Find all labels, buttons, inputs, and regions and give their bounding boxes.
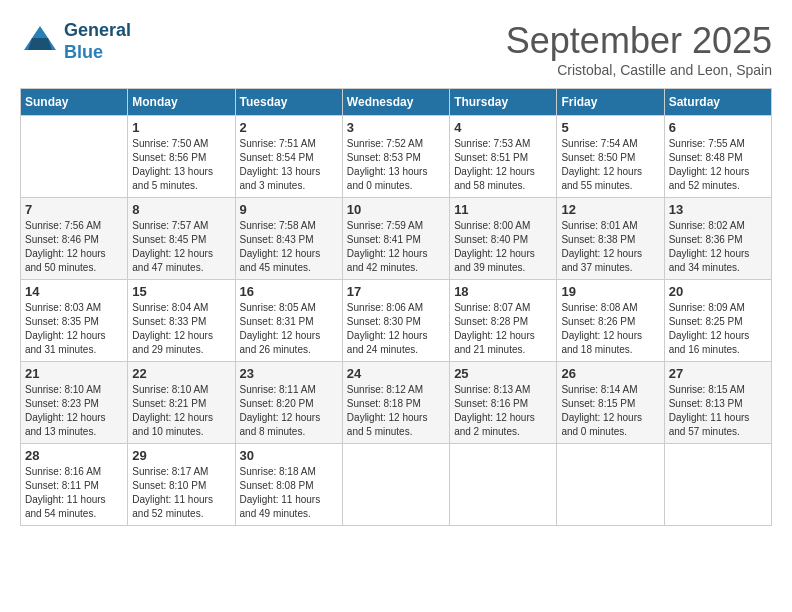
- calendar-cell: 26Sunrise: 8:14 AM Sunset: 8:15 PM Dayli…: [557, 362, 664, 444]
- header-day: Friday: [557, 89, 664, 116]
- day-info: Sunrise: 8:10 AM Sunset: 8:23 PM Dayligh…: [25, 383, 123, 439]
- day-info: Sunrise: 8:07 AM Sunset: 8:28 PM Dayligh…: [454, 301, 552, 357]
- calendar-cell: 18Sunrise: 8:07 AM Sunset: 8:28 PM Dayli…: [450, 280, 557, 362]
- day-number: 10: [347, 202, 445, 217]
- calendar-cell: 4Sunrise: 7:53 AM Sunset: 8:51 PM Daylig…: [450, 116, 557, 198]
- logo-general: General: [64, 20, 131, 42]
- day-number: 3: [347, 120, 445, 135]
- day-number: 4: [454, 120, 552, 135]
- day-number: 15: [132, 284, 230, 299]
- header-day: Wednesday: [342, 89, 449, 116]
- month-title: September 2025: [506, 20, 772, 62]
- calendar-cell: 5Sunrise: 7:54 AM Sunset: 8:50 PM Daylig…: [557, 116, 664, 198]
- calendar-cell: 17Sunrise: 8:06 AM Sunset: 8:30 PM Dayli…: [342, 280, 449, 362]
- day-info: Sunrise: 7:52 AM Sunset: 8:53 PM Dayligh…: [347, 137, 445, 193]
- day-number: 13: [669, 202, 767, 217]
- calendar-cell: 6Sunrise: 7:55 AM Sunset: 8:48 PM Daylig…: [664, 116, 771, 198]
- header-day: Thursday: [450, 89, 557, 116]
- day-number: 22: [132, 366, 230, 381]
- day-number: 9: [240, 202, 338, 217]
- calendar-cell: 8Sunrise: 7:57 AM Sunset: 8:45 PM Daylig…: [128, 198, 235, 280]
- day-info: Sunrise: 8:04 AM Sunset: 8:33 PM Dayligh…: [132, 301, 230, 357]
- calendar-week-row: 28Sunrise: 8:16 AM Sunset: 8:11 PM Dayli…: [21, 444, 772, 526]
- day-info: Sunrise: 8:15 AM Sunset: 8:13 PM Dayligh…: [669, 383, 767, 439]
- day-number: 16: [240, 284, 338, 299]
- svg-marker-1: [28, 38, 52, 50]
- day-number: 12: [561, 202, 659, 217]
- day-number: 18: [454, 284, 552, 299]
- calendar-cell: 20Sunrise: 8:09 AM Sunset: 8:25 PM Dayli…: [664, 280, 771, 362]
- day-number: 23: [240, 366, 338, 381]
- header-day: Monday: [128, 89, 235, 116]
- day-info: Sunrise: 8:08 AM Sunset: 8:26 PM Dayligh…: [561, 301, 659, 357]
- day-number: 7: [25, 202, 123, 217]
- calendar-cell: 12Sunrise: 8:01 AM Sunset: 8:38 PM Dayli…: [557, 198, 664, 280]
- day-info: Sunrise: 8:06 AM Sunset: 8:30 PM Dayligh…: [347, 301, 445, 357]
- calendar-cell: 16Sunrise: 8:05 AM Sunset: 8:31 PM Dayli…: [235, 280, 342, 362]
- day-number: 30: [240, 448, 338, 463]
- calendar-cell: 13Sunrise: 8:02 AM Sunset: 8:36 PM Dayli…: [664, 198, 771, 280]
- day-number: 1: [132, 120, 230, 135]
- header: General Blue September 2025 Cristobal, C…: [20, 20, 772, 78]
- calendar-cell: 25Sunrise: 8:13 AM Sunset: 8:16 PM Dayli…: [450, 362, 557, 444]
- day-info: Sunrise: 7:54 AM Sunset: 8:50 PM Dayligh…: [561, 137, 659, 193]
- calendar-cell: [21, 116, 128, 198]
- day-info: Sunrise: 7:58 AM Sunset: 8:43 PM Dayligh…: [240, 219, 338, 275]
- header-day: Tuesday: [235, 89, 342, 116]
- day-info: Sunrise: 7:56 AM Sunset: 8:46 PM Dayligh…: [25, 219, 123, 275]
- calendar-cell: 10Sunrise: 7:59 AM Sunset: 8:41 PM Dayli…: [342, 198, 449, 280]
- calendar-cell: [450, 444, 557, 526]
- day-info: Sunrise: 8:11 AM Sunset: 8:20 PM Dayligh…: [240, 383, 338, 439]
- day-info: Sunrise: 8:13 AM Sunset: 8:16 PM Dayligh…: [454, 383, 552, 439]
- calendar-cell: 14Sunrise: 8:03 AM Sunset: 8:35 PM Dayli…: [21, 280, 128, 362]
- day-number: 29: [132, 448, 230, 463]
- calendar-cell: [557, 444, 664, 526]
- calendar-cell: 28Sunrise: 8:16 AM Sunset: 8:11 PM Dayli…: [21, 444, 128, 526]
- day-number: 20: [669, 284, 767, 299]
- day-info: Sunrise: 8:03 AM Sunset: 8:35 PM Dayligh…: [25, 301, 123, 357]
- day-number: 2: [240, 120, 338, 135]
- calendar-cell: [342, 444, 449, 526]
- logo-blue: Blue: [64, 42, 131, 64]
- calendar-week-row: 1Sunrise: 7:50 AM Sunset: 8:56 PM Daylig…: [21, 116, 772, 198]
- day-number: 19: [561, 284, 659, 299]
- header-row: SundayMondayTuesdayWednesdayThursdayFrid…: [21, 89, 772, 116]
- calendar-cell: 27Sunrise: 8:15 AM Sunset: 8:13 PM Dayli…: [664, 362, 771, 444]
- calendar-cell: 2Sunrise: 7:51 AM Sunset: 8:54 PM Daylig…: [235, 116, 342, 198]
- day-info: Sunrise: 8:18 AM Sunset: 8:08 PM Dayligh…: [240, 465, 338, 521]
- day-info: Sunrise: 7:50 AM Sunset: 8:56 PM Dayligh…: [132, 137, 230, 193]
- calendar-cell: 30Sunrise: 8:18 AM Sunset: 8:08 PM Dayli…: [235, 444, 342, 526]
- calendar-cell: [664, 444, 771, 526]
- calendar-week-row: 7Sunrise: 7:56 AM Sunset: 8:46 PM Daylig…: [21, 198, 772, 280]
- day-info: Sunrise: 8:10 AM Sunset: 8:21 PM Dayligh…: [132, 383, 230, 439]
- day-number: 24: [347, 366, 445, 381]
- calendar-cell: 15Sunrise: 8:04 AM Sunset: 8:33 PM Dayli…: [128, 280, 235, 362]
- calendar-week-row: 21Sunrise: 8:10 AM Sunset: 8:23 PM Dayli…: [21, 362, 772, 444]
- calendar-table: SundayMondayTuesdayWednesdayThursdayFrid…: [20, 88, 772, 526]
- day-number: 21: [25, 366, 123, 381]
- day-info: Sunrise: 7:59 AM Sunset: 8:41 PM Dayligh…: [347, 219, 445, 275]
- day-number: 28: [25, 448, 123, 463]
- day-number: 5: [561, 120, 659, 135]
- day-info: Sunrise: 8:12 AM Sunset: 8:18 PM Dayligh…: [347, 383, 445, 439]
- calendar-cell: 11Sunrise: 8:00 AM Sunset: 8:40 PM Dayli…: [450, 198, 557, 280]
- logo: General Blue: [20, 20, 131, 63]
- calendar-cell: 21Sunrise: 8:10 AM Sunset: 8:23 PM Dayli…: [21, 362, 128, 444]
- day-info: Sunrise: 7:57 AM Sunset: 8:45 PM Dayligh…: [132, 219, 230, 275]
- day-info: Sunrise: 8:00 AM Sunset: 8:40 PM Dayligh…: [454, 219, 552, 275]
- calendar-week-row: 14Sunrise: 8:03 AM Sunset: 8:35 PM Dayli…: [21, 280, 772, 362]
- day-number: 11: [454, 202, 552, 217]
- day-info: Sunrise: 8:02 AM Sunset: 8:36 PM Dayligh…: [669, 219, 767, 275]
- day-info: Sunrise: 8:01 AM Sunset: 8:38 PM Dayligh…: [561, 219, 659, 275]
- calendar-cell: 1Sunrise: 7:50 AM Sunset: 8:56 PM Daylig…: [128, 116, 235, 198]
- day-info: Sunrise: 7:53 AM Sunset: 8:51 PM Dayligh…: [454, 137, 552, 193]
- day-number: 6: [669, 120, 767, 135]
- subtitle: Cristobal, Castille and Leon, Spain: [506, 62, 772, 78]
- header-day: Sunday: [21, 89, 128, 116]
- calendar-cell: 24Sunrise: 8:12 AM Sunset: 8:18 PM Dayli…: [342, 362, 449, 444]
- day-info: Sunrise: 8:09 AM Sunset: 8:25 PM Dayligh…: [669, 301, 767, 357]
- calendar-cell: 29Sunrise: 8:17 AM Sunset: 8:10 PM Dayli…: [128, 444, 235, 526]
- day-number: 14: [25, 284, 123, 299]
- logo-icon: [20, 22, 60, 62]
- calendar-cell: 9Sunrise: 7:58 AM Sunset: 8:43 PM Daylig…: [235, 198, 342, 280]
